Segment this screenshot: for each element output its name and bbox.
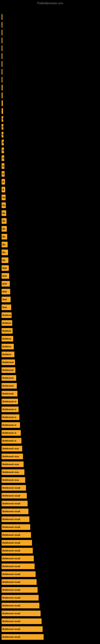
bar-label: Bottleneck resu (2, 463, 19, 466)
bar-label: Bottleneck result (2, 557, 20, 560)
site-title: TheBottlenecker.com (0, 0, 100, 6)
bar: Bott (1, 289, 10, 294)
bar-label: Bo (2, 212, 5, 214)
bar-row (1, 46, 2, 51)
bar (1, 30, 2, 36)
bar-row: Bottleneck result (1, 548, 33, 554)
bar-row (1, 69, 2, 75)
bar-row: Bottleneck resu (1, 454, 23, 459)
bar-row: B (1, 155, 4, 161)
bar-row: Bottleneck re (1, 438, 21, 444)
bar-row: Bott (1, 289, 10, 294)
bar: Bott (1, 273, 9, 279)
bar: B (1, 132, 3, 138)
bar-row: Bott (1, 281, 10, 286)
bar-label: Bottleneck result (2, 486, 20, 489)
bar-row: Bottleneck re (1, 406, 19, 412)
bar-label: B (2, 180, 4, 183)
bar-row: Bott (1, 265, 9, 271)
bar-row: Bo (1, 250, 8, 255)
bar-label: Bottleneck result (2, 612, 20, 614)
bar (1, 69, 2, 75)
bar-row: Bo (1, 210, 6, 216)
bar: Bottlene (1, 328, 13, 334)
bar-row (1, 108, 3, 114)
bar-label: B (2, 188, 4, 191)
bar-row: Bo (1, 242, 8, 247)
bar: Bo (1, 250, 8, 255)
bar-row: Bottleneck result (1, 532, 31, 538)
bar-row: Bottlene (1, 320, 12, 326)
bar: Bo (1, 258, 8, 263)
bar-label: B (2, 134, 3, 136)
bar-row: Bottleneck result (1, 540, 32, 546)
bar-row (1, 77, 2, 82)
bar-row: Bottleneck (1, 360, 15, 365)
bar-label: Bottleneck result (2, 628, 20, 630)
bar-label: Bottlene (2, 322, 11, 324)
bar-row: B (1, 163, 4, 169)
bar (1, 14, 2, 20)
bar-label: B (2, 173, 4, 175)
bar-label: Bottleneck result (2, 620, 20, 622)
bar: Bottlene (1, 312, 12, 318)
bar-label: B (2, 126, 3, 128)
bar-row: Bottleneck re (1, 414, 19, 420)
bar-label: Bottleneck result (2, 526, 20, 528)
bar-row: Bottleneck re (1, 430, 21, 436)
bar-row (1, 53, 2, 59)
bar (1, 108, 3, 114)
bar-label: Bottleneck result (2, 596, 20, 599)
bar-label: Bottleneck result (2, 604, 20, 607)
bar-row: Bottleneck result (1, 626, 43, 632)
bar: Bott (1, 281, 10, 286)
bar-row: Bottleneck result (1, 610, 41, 616)
bar-row: B (1, 171, 4, 177)
bar: Bottleneck re (1, 430, 21, 436)
bar: Bottlene (1, 352, 14, 357)
bar-row: Bottleneck result (1, 556, 34, 561)
bar: Bottleneck result (1, 516, 29, 522)
bar-label: Bottleneck (2, 384, 14, 387)
bar-row: Bottleneck resu (1, 446, 22, 452)
bar-label: Bo (2, 196, 5, 199)
bar-label: Bottleneck result (2, 565, 20, 568)
bar: B (1, 155, 4, 161)
bar-row: Bottlene (1, 344, 14, 349)
bar: Bottleneck resu (1, 477, 25, 483)
bar-label: Bottleneck result (2, 573, 20, 575)
bar: Bo (1, 226, 7, 232)
bar-label: B (2, 149, 4, 152)
bar-label: Bottleneck (2, 377, 14, 379)
bar-label: B (2, 165, 4, 167)
bar: Bottleneck result (1, 556, 34, 561)
bar-row: Bottlene (1, 312, 12, 318)
bar-row: Bott (1, 297, 11, 302)
bar-row: B (1, 187, 5, 192)
bar: Bo (1, 202, 6, 208)
bar-label: Bott (2, 275, 7, 277)
bar-row: B (1, 132, 3, 138)
bar: Bottleneck re (1, 438, 21, 444)
bar-label: Bottleneck re (2, 424, 16, 426)
bar-row: B (1, 124, 3, 130)
bar-row: Bottleneck result (1, 579, 37, 585)
bar (1, 100, 3, 106)
bar-label: Bo (2, 204, 5, 206)
bar: B (1, 163, 4, 169)
bar (1, 46, 2, 51)
bar: Bottleneck result (1, 595, 39, 600)
bar: Bottleneck resu (1, 462, 24, 467)
bar-label: Bo (2, 251, 5, 254)
bar-row: Bottleneck result (1, 595, 39, 600)
bar: Bottleneck resu (1, 446, 22, 452)
bar: Bo (1, 218, 7, 224)
bar-label: Bottleneck result (2, 581, 20, 583)
bar-row: Bottleneck result (1, 516, 29, 522)
bar-label: Bottleneck re (2, 416, 16, 418)
bar-row: Bottleneck (1, 367, 15, 373)
bar: Bottleneck result (1, 532, 31, 538)
bar-label: Bottleneck (2, 369, 14, 371)
bar-row: B (1, 179, 5, 184)
bar-label: Bottleneck result (2, 502, 20, 505)
